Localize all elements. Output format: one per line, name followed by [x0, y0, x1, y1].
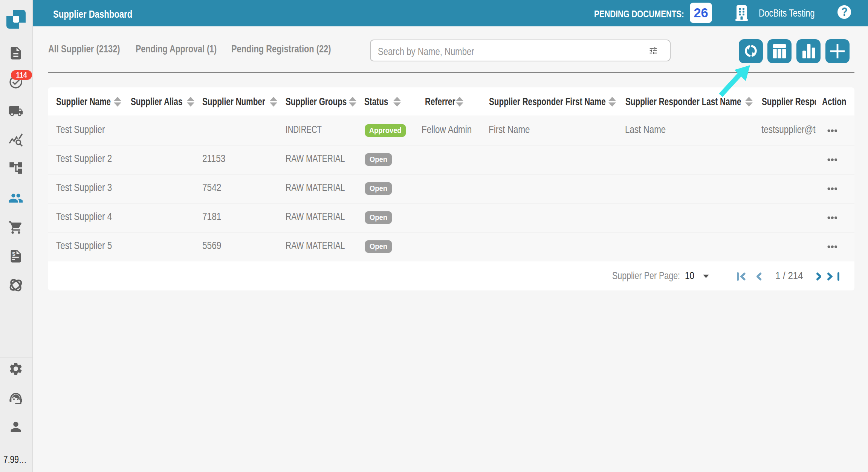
svg-text:$: $ [12, 251, 15, 257]
